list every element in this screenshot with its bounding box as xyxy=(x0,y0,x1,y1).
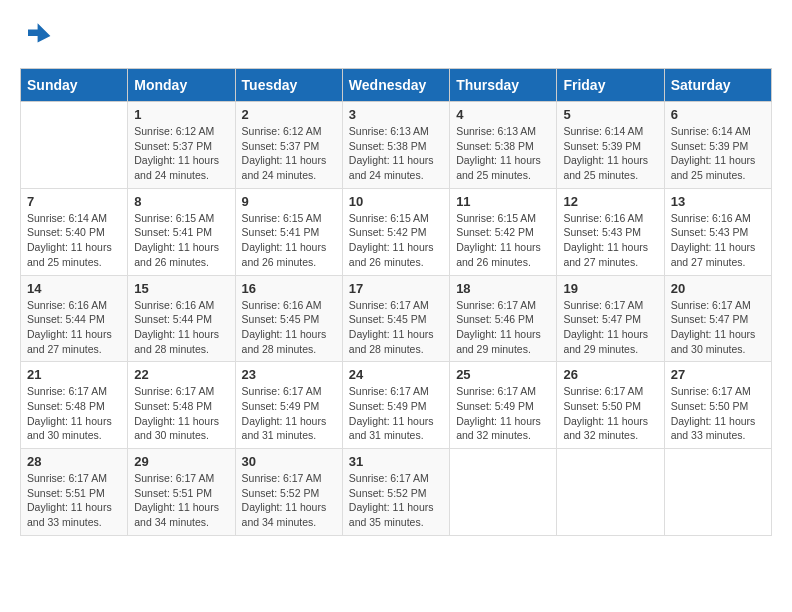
day-number: 14 xyxy=(27,281,121,296)
cell-info: Sunrise: 6:17 AM Sunset: 5:47 PM Dayligh… xyxy=(563,298,657,357)
cell-info: Sunrise: 6:16 AM Sunset: 5:45 PM Dayligh… xyxy=(242,298,336,357)
cell-info: Sunrise: 6:17 AM Sunset: 5:48 PM Dayligh… xyxy=(27,384,121,443)
calendar-cell: 26Sunrise: 6:17 AM Sunset: 5:50 PM Dayli… xyxy=(557,362,664,449)
day-number: 25 xyxy=(456,367,550,382)
cell-info: Sunrise: 6:15 AM Sunset: 5:42 PM Dayligh… xyxy=(456,211,550,270)
cell-info: Sunrise: 6:17 AM Sunset: 5:52 PM Dayligh… xyxy=(242,471,336,530)
day-number: 17 xyxy=(349,281,443,296)
day-number: 10 xyxy=(349,194,443,209)
cell-info: Sunrise: 6:17 AM Sunset: 5:49 PM Dayligh… xyxy=(456,384,550,443)
calendar-cell: 12Sunrise: 6:16 AM Sunset: 5:43 PM Dayli… xyxy=(557,188,664,275)
calendar-cell: 29Sunrise: 6:17 AM Sunset: 5:51 PM Dayli… xyxy=(128,449,235,536)
cell-info: Sunrise: 6:17 AM Sunset: 5:51 PM Dayligh… xyxy=(27,471,121,530)
cell-info: Sunrise: 6:17 AM Sunset: 5:52 PM Dayligh… xyxy=(349,471,443,530)
day-number: 24 xyxy=(349,367,443,382)
day-number: 13 xyxy=(671,194,765,209)
calendar-cell: 10Sunrise: 6:15 AM Sunset: 5:42 PM Dayli… xyxy=(342,188,449,275)
cell-info: Sunrise: 6:15 AM Sunset: 5:42 PM Dayligh… xyxy=(349,211,443,270)
cell-info: Sunrise: 6:17 AM Sunset: 5:47 PM Dayligh… xyxy=(671,298,765,357)
day-number: 4 xyxy=(456,107,550,122)
calendar-cell: 24Sunrise: 6:17 AM Sunset: 5:49 PM Dayli… xyxy=(342,362,449,449)
calendar-cell: 21Sunrise: 6:17 AM Sunset: 5:48 PM Dayli… xyxy=(21,362,128,449)
cell-info: Sunrise: 6:14 AM Sunset: 5:39 PM Dayligh… xyxy=(563,124,657,183)
day-number: 11 xyxy=(456,194,550,209)
cell-info: Sunrise: 6:12 AM Sunset: 5:37 PM Dayligh… xyxy=(134,124,228,183)
weekday-header: Tuesday xyxy=(235,69,342,102)
calendar-cell: 16Sunrise: 6:16 AM Sunset: 5:45 PM Dayli… xyxy=(235,275,342,362)
calendar-cell: 30Sunrise: 6:17 AM Sunset: 5:52 PM Dayli… xyxy=(235,449,342,536)
calendar-cell: 28Sunrise: 6:17 AM Sunset: 5:51 PM Dayli… xyxy=(21,449,128,536)
cell-info: Sunrise: 6:17 AM Sunset: 5:49 PM Dayligh… xyxy=(349,384,443,443)
day-number: 28 xyxy=(27,454,121,469)
calendar-cell xyxy=(450,449,557,536)
cell-info: Sunrise: 6:12 AM Sunset: 5:37 PM Dayligh… xyxy=(242,124,336,183)
calendar-week-row: 21Sunrise: 6:17 AM Sunset: 5:48 PM Dayli… xyxy=(21,362,772,449)
cell-info: Sunrise: 6:16 AM Sunset: 5:43 PM Dayligh… xyxy=(671,211,765,270)
day-number: 20 xyxy=(671,281,765,296)
calendar-table: SundayMondayTuesdayWednesdayThursdayFrid… xyxy=(20,68,772,536)
day-number: 30 xyxy=(242,454,336,469)
day-number: 5 xyxy=(563,107,657,122)
cell-info: Sunrise: 6:17 AM Sunset: 5:49 PM Dayligh… xyxy=(242,384,336,443)
day-number: 23 xyxy=(242,367,336,382)
logo xyxy=(20,20,56,52)
calendar-cell: 7Sunrise: 6:14 AM Sunset: 5:40 PM Daylig… xyxy=(21,188,128,275)
day-number: 18 xyxy=(456,281,550,296)
day-number: 6 xyxy=(671,107,765,122)
cell-info: Sunrise: 6:13 AM Sunset: 5:38 PM Dayligh… xyxy=(349,124,443,183)
calendar-week-row: 14Sunrise: 6:16 AM Sunset: 5:44 PM Dayli… xyxy=(21,275,772,362)
logo-icon xyxy=(20,20,52,52)
cell-info: Sunrise: 6:15 AM Sunset: 5:41 PM Dayligh… xyxy=(242,211,336,270)
day-number: 12 xyxy=(563,194,657,209)
weekday-header: Thursday xyxy=(450,69,557,102)
cell-info: Sunrise: 6:16 AM Sunset: 5:43 PM Dayligh… xyxy=(563,211,657,270)
cell-info: Sunrise: 6:15 AM Sunset: 5:41 PM Dayligh… xyxy=(134,211,228,270)
calendar-cell: 31Sunrise: 6:17 AM Sunset: 5:52 PM Dayli… xyxy=(342,449,449,536)
calendar-cell: 18Sunrise: 6:17 AM Sunset: 5:46 PM Dayli… xyxy=(450,275,557,362)
cell-info: Sunrise: 6:16 AM Sunset: 5:44 PM Dayligh… xyxy=(134,298,228,357)
day-number: 9 xyxy=(242,194,336,209)
calendar-cell: 19Sunrise: 6:17 AM Sunset: 5:47 PM Dayli… xyxy=(557,275,664,362)
day-number: 22 xyxy=(134,367,228,382)
calendar-cell: 25Sunrise: 6:17 AM Sunset: 5:49 PM Dayli… xyxy=(450,362,557,449)
svg-marker-0 xyxy=(28,23,50,42)
calendar-cell xyxy=(664,449,771,536)
calendar-cell: 17Sunrise: 6:17 AM Sunset: 5:45 PM Dayli… xyxy=(342,275,449,362)
cell-info: Sunrise: 6:14 AM Sunset: 5:39 PM Dayligh… xyxy=(671,124,765,183)
day-number: 3 xyxy=(349,107,443,122)
day-number: 27 xyxy=(671,367,765,382)
calendar-cell: 3Sunrise: 6:13 AM Sunset: 5:38 PM Daylig… xyxy=(342,102,449,189)
day-number: 2 xyxy=(242,107,336,122)
calendar-cell: 22Sunrise: 6:17 AM Sunset: 5:48 PM Dayli… xyxy=(128,362,235,449)
day-number: 1 xyxy=(134,107,228,122)
calendar-cell: 20Sunrise: 6:17 AM Sunset: 5:47 PM Dayli… xyxy=(664,275,771,362)
weekday-header: Wednesday xyxy=(342,69,449,102)
day-number: 7 xyxy=(27,194,121,209)
calendar-cell xyxy=(557,449,664,536)
cell-info: Sunrise: 6:13 AM Sunset: 5:38 PM Dayligh… xyxy=(456,124,550,183)
calendar-cell: 4Sunrise: 6:13 AM Sunset: 5:38 PM Daylig… xyxy=(450,102,557,189)
calendar-week-row: 1Sunrise: 6:12 AM Sunset: 5:37 PM Daylig… xyxy=(21,102,772,189)
cell-info: Sunrise: 6:17 AM Sunset: 5:50 PM Dayligh… xyxy=(563,384,657,443)
calendar-cell: 5Sunrise: 6:14 AM Sunset: 5:39 PM Daylig… xyxy=(557,102,664,189)
day-number: 8 xyxy=(134,194,228,209)
calendar-cell: 2Sunrise: 6:12 AM Sunset: 5:37 PM Daylig… xyxy=(235,102,342,189)
calendar-cell: 6Sunrise: 6:14 AM Sunset: 5:39 PM Daylig… xyxy=(664,102,771,189)
calendar-cell: 11Sunrise: 6:15 AM Sunset: 5:42 PM Dayli… xyxy=(450,188,557,275)
calendar-cell: 23Sunrise: 6:17 AM Sunset: 5:49 PM Dayli… xyxy=(235,362,342,449)
calendar-week-row: 28Sunrise: 6:17 AM Sunset: 5:51 PM Dayli… xyxy=(21,449,772,536)
calendar-cell xyxy=(21,102,128,189)
calendar-week-row: 7Sunrise: 6:14 AM Sunset: 5:40 PM Daylig… xyxy=(21,188,772,275)
day-number: 16 xyxy=(242,281,336,296)
cell-info: Sunrise: 6:17 AM Sunset: 5:51 PM Dayligh… xyxy=(134,471,228,530)
cell-info: Sunrise: 6:17 AM Sunset: 5:45 PM Dayligh… xyxy=(349,298,443,357)
day-number: 19 xyxy=(563,281,657,296)
weekday-header: Monday xyxy=(128,69,235,102)
cell-info: Sunrise: 6:16 AM Sunset: 5:44 PM Dayligh… xyxy=(27,298,121,357)
calendar-cell: 8Sunrise: 6:15 AM Sunset: 5:41 PM Daylig… xyxy=(128,188,235,275)
cell-info: Sunrise: 6:14 AM Sunset: 5:40 PM Dayligh… xyxy=(27,211,121,270)
calendar-cell: 14Sunrise: 6:16 AM Sunset: 5:44 PM Dayli… xyxy=(21,275,128,362)
day-number: 29 xyxy=(134,454,228,469)
calendar-cell: 13Sunrise: 6:16 AM Sunset: 5:43 PM Dayli… xyxy=(664,188,771,275)
weekday-header: Saturday xyxy=(664,69,771,102)
